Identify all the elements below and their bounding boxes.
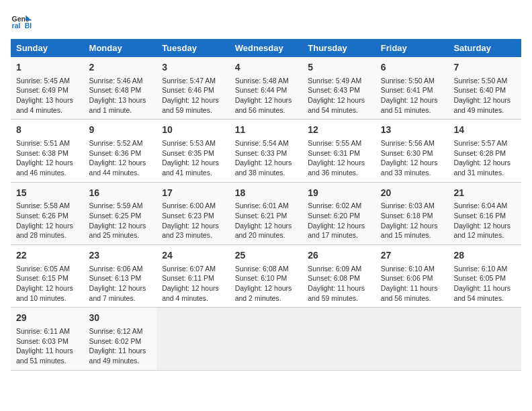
day-number: 30 xyxy=(89,312,152,325)
day-info: Sunrise: 5:55 AM Sunset: 6:31 PM Dayligh… xyxy=(308,138,370,178)
day-number: 3 xyxy=(162,61,224,75)
calendar-cell: 14Sunrise: 5:57 AM Sunset: 6:28 PM Dayli… xyxy=(448,120,521,182)
day-info: Sunrise: 5:52 AM Sunset: 6:36 PM Dayligh… xyxy=(89,138,152,178)
calendar-cell: 17Sunrise: 6:00 AM Sunset: 6:23 PM Dayli… xyxy=(157,182,230,244)
svg-text:Blue: Blue xyxy=(25,22,32,30)
day-number: 23 xyxy=(89,249,152,263)
calendar-cell xyxy=(375,308,449,370)
calendar-week-row: 1Sunrise: 5:45 AM Sunset: 6:49 PM Daylig… xyxy=(11,57,521,120)
day-info: Sunrise: 5:50 AM Sunset: 6:41 PM Dayligh… xyxy=(381,76,443,116)
day-number: 18 xyxy=(235,187,298,200)
day-number: 22 xyxy=(16,249,79,263)
calendar-cell: 9Sunrise: 5:52 AM Sunset: 6:36 PM Daylig… xyxy=(84,120,157,182)
day-info: Sunrise: 5:59 AM Sunset: 6:25 PM Dayligh… xyxy=(89,201,152,240)
day-info: Sunrise: 5:47 AM Sunset: 6:46 PM Dayligh… xyxy=(162,76,224,116)
logo: Gene- ral Blue xyxy=(11,11,35,32)
day-info: Sunrise: 5:53 AM Sunset: 6:35 PM Dayligh… xyxy=(162,138,224,178)
svg-text:ral: ral xyxy=(12,22,21,30)
calendar-cell xyxy=(302,308,375,370)
day-info: Sunrise: 5:51 AM Sunset: 6:38 PM Dayligh… xyxy=(16,138,79,178)
day-number: 1 xyxy=(16,61,79,75)
page-header: Gene- ral Blue xyxy=(11,11,521,32)
day-number: 8 xyxy=(16,124,79,137)
day-number: 4 xyxy=(235,61,298,75)
calendar-cell: 3Sunrise: 5:47 AM Sunset: 6:46 PM Daylig… xyxy=(157,57,230,120)
calendar-cell xyxy=(448,308,521,370)
calendar-cell: 7Sunrise: 5:50 AM Sunset: 6:40 PM Daylig… xyxy=(448,57,521,120)
calendar-week-row: 8Sunrise: 5:51 AM Sunset: 6:38 PM Daylig… xyxy=(11,120,521,182)
calendar-cell: 22Sunrise: 6:05 AM Sunset: 6:15 PM Dayli… xyxy=(11,245,84,308)
day-number: 11 xyxy=(235,124,298,137)
day-number: 2 xyxy=(89,61,152,75)
calendar-cell: 15Sunrise: 5:58 AM Sunset: 6:26 PM Dayli… xyxy=(11,182,84,244)
calendar-cell: 2Sunrise: 5:46 AM Sunset: 6:48 PM Daylig… xyxy=(84,57,157,120)
calendar-cell: 26Sunrise: 6:09 AM Sunset: 6:08 PM Dayli… xyxy=(302,245,375,308)
day-number: 24 xyxy=(162,249,224,263)
calendar-cell xyxy=(230,308,303,370)
calendar-cell: 24Sunrise: 6:07 AM Sunset: 6:11 PM Dayli… xyxy=(157,245,230,308)
day-number: 14 xyxy=(453,124,516,137)
day-number: 13 xyxy=(381,124,443,137)
calendar-cell: 1Sunrise: 5:45 AM Sunset: 6:49 PM Daylig… xyxy=(11,57,84,120)
day-number: 28 xyxy=(453,249,516,263)
calendar-cell: 16Sunrise: 5:59 AM Sunset: 6:25 PM Dayli… xyxy=(84,182,157,244)
day-info: Sunrise: 5:57 AM Sunset: 6:28 PM Dayligh… xyxy=(453,138,516,178)
day-number: 20 xyxy=(381,187,443,200)
logo-icon: Gene- ral Blue xyxy=(11,11,32,32)
calendar-cell: 10Sunrise: 5:53 AM Sunset: 6:35 PM Dayli… xyxy=(157,120,230,182)
day-info: Sunrise: 6:07 AM Sunset: 6:11 PM Dayligh… xyxy=(162,264,224,304)
calendar-table: SundayMondayTuesdayWednesdayThursdayFrid… xyxy=(11,39,521,371)
day-number: 27 xyxy=(381,249,443,263)
day-info: Sunrise: 5:50 AM Sunset: 6:40 PM Dayligh… xyxy=(453,76,516,116)
calendar-cell: 8Sunrise: 5:51 AM Sunset: 6:38 PM Daylig… xyxy=(11,120,84,182)
day-info: Sunrise: 6:02 AM Sunset: 6:20 PM Dayligh… xyxy=(308,201,370,240)
calendar-cell: 29Sunrise: 6:11 AM Sunset: 6:03 PM Dayli… xyxy=(11,308,84,370)
day-info: Sunrise: 6:04 AM Sunset: 6:16 PM Dayligh… xyxy=(453,201,516,240)
col-header-saturday: Saturday xyxy=(448,39,521,57)
day-info: Sunrise: 6:10 AM Sunset: 6:05 PM Dayligh… xyxy=(453,264,516,304)
day-info: Sunrise: 6:01 AM Sunset: 6:21 PM Dayligh… xyxy=(235,201,298,240)
calendar-cell: 21Sunrise: 6:04 AM Sunset: 6:16 PM Dayli… xyxy=(448,182,521,244)
calendar-cell: 11Sunrise: 5:54 AM Sunset: 6:33 PM Dayli… xyxy=(230,120,303,182)
calendar-cell xyxy=(157,308,230,370)
day-info: Sunrise: 5:48 AM Sunset: 6:44 PM Dayligh… xyxy=(235,76,298,116)
calendar-cell: 28Sunrise: 6:10 AM Sunset: 6:05 PM Dayli… xyxy=(448,245,521,308)
calendar-week-row: 29Sunrise: 6:11 AM Sunset: 6:03 PM Dayli… xyxy=(11,308,521,370)
day-number: 5 xyxy=(308,61,370,75)
day-number: 7 xyxy=(453,61,516,75)
day-info: Sunrise: 6:05 AM Sunset: 6:15 PM Dayligh… xyxy=(16,264,79,304)
day-info: Sunrise: 6:03 AM Sunset: 6:18 PM Dayligh… xyxy=(381,201,443,240)
day-info: Sunrise: 5:46 AM Sunset: 6:48 PM Dayligh… xyxy=(89,76,152,116)
day-info: Sunrise: 6:11 AM Sunset: 6:03 PM Dayligh… xyxy=(16,326,79,366)
day-info: Sunrise: 6:12 AM Sunset: 6:02 PM Dayligh… xyxy=(89,326,152,366)
day-info: Sunrise: 6:08 AM Sunset: 6:10 PM Dayligh… xyxy=(235,264,298,304)
col-header-monday: Monday xyxy=(84,39,157,57)
calendar-cell: 19Sunrise: 6:02 AM Sunset: 6:20 PM Dayli… xyxy=(302,182,375,244)
calendar-cell: 18Sunrise: 6:01 AM Sunset: 6:21 PM Dayli… xyxy=(230,182,303,244)
day-info: Sunrise: 5:45 AM Sunset: 6:49 PM Dayligh… xyxy=(16,76,79,116)
day-info: Sunrise: 6:00 AM Sunset: 6:23 PM Dayligh… xyxy=(162,201,224,240)
day-number: 17 xyxy=(162,187,224,200)
calendar-cell: 23Sunrise: 6:06 AM Sunset: 6:13 PM Dayli… xyxy=(84,245,157,308)
calendar-cell: 30Sunrise: 6:12 AM Sunset: 6:02 PM Dayli… xyxy=(84,308,157,370)
calendar-cell: 27Sunrise: 6:10 AM Sunset: 6:06 PM Dayli… xyxy=(375,245,449,308)
day-number: 16 xyxy=(89,187,152,200)
calendar-cell: 6Sunrise: 5:50 AM Sunset: 6:41 PM Daylig… xyxy=(375,57,449,120)
col-header-friday: Friday xyxy=(375,39,449,57)
col-header-thursday: Thursday xyxy=(302,39,375,57)
day-number: 25 xyxy=(235,249,298,263)
day-info: Sunrise: 5:54 AM Sunset: 6:33 PM Dayligh… xyxy=(235,138,298,178)
day-info: Sunrise: 5:56 AM Sunset: 6:30 PM Dayligh… xyxy=(381,138,443,178)
day-number: 9 xyxy=(89,124,152,137)
calendar-header-row: SundayMondayTuesdayWednesdayThursdayFrid… xyxy=(11,39,521,57)
day-number: 21 xyxy=(453,187,516,200)
day-number: 29 xyxy=(16,312,79,325)
day-number: 6 xyxy=(381,61,443,75)
day-info: Sunrise: 6:10 AM Sunset: 6:06 PM Dayligh… xyxy=(381,264,443,304)
day-number: 19 xyxy=(308,187,370,200)
day-number: 15 xyxy=(16,187,79,200)
day-number: 12 xyxy=(308,124,370,137)
calendar-cell: 12Sunrise: 5:55 AM Sunset: 6:31 PM Dayli… xyxy=(302,120,375,182)
col-header-wednesday: Wednesday xyxy=(230,39,303,57)
day-number: 10 xyxy=(162,124,224,137)
